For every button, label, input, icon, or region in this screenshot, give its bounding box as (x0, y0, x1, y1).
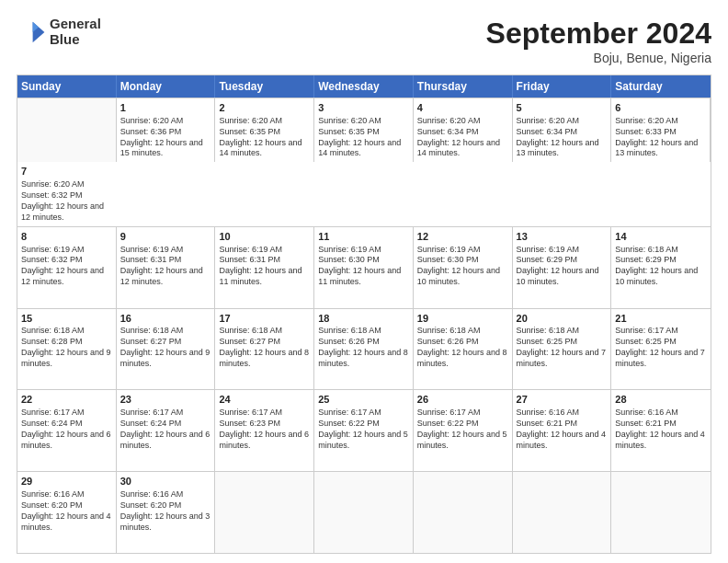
calendar-cell-empty-4-2 (215, 472, 314, 553)
calendar-cell-12: 12Sunrise: 6:19 AM Sunset: 6:30 PM Dayli… (414, 227, 513, 308)
cell-sun-info: Sunrise: 6:17 AM Sunset: 6:22 PM Dayligh… (417, 408, 508, 452)
calendar-row-1: 1Sunrise: 6:20 AM Sunset: 6:36 PM Daylig… (17, 98, 711, 226)
calendar-page: General Blue September 2024 Boju, Benue,… (0, 0, 728, 563)
day-number: 4 (417, 101, 508, 115)
cell-sun-info: Sunrise: 6:20 AM Sunset: 6:36 PM Dayligh… (120, 116, 211, 160)
logo-text: General Blue (50, 17, 101, 47)
month-title: September 2024 (486, 17, 711, 51)
day-number: 17 (219, 312, 310, 326)
calendar-cell-empty-4-6 (611, 472, 711, 553)
cell-sun-info: Sunrise: 6:16 AM Sunset: 6:21 PM Dayligh… (517, 408, 608, 452)
calendar-cell-20: 20Sunrise: 6:18 AM Sunset: 6:25 PM Dayli… (513, 309, 612, 390)
cell-sun-info: Sunrise: 6:18 AM Sunset: 6:27 PM Dayligh… (120, 326, 211, 370)
calendar-cell-1: 1Sunrise: 6:20 AM Sunset: 6:36 PM Daylig… (117, 98, 216, 162)
logo-line1: General (50, 17, 101, 32)
day-number: 11 (318, 230, 409, 244)
day-number: 14 (615, 230, 707, 244)
calendar-cell-13: 13Sunrise: 6:19 AM Sunset: 6:29 PM Dayli… (513, 227, 612, 308)
day-number: 7 (21, 165, 113, 178)
header-day-tuesday: Tuesday (215, 75, 314, 98)
cell-sun-info: Sunrise: 6:16 AM Sunset: 6:20 PM Dayligh… (120, 489, 211, 534)
day-number: 5 (517, 101, 608, 115)
calendar-cell-22: 22Sunrise: 6:17 AM Sunset: 6:24 PM Dayli… (17, 390, 117, 471)
cell-sun-info: Sunrise: 6:17 AM Sunset: 6:22 PM Dayligh… (318, 408, 409, 452)
cell-sun-info: Sunrise: 6:17 AM Sunset: 6:23 PM Dayligh… (219, 408, 310, 452)
logo-line2: Blue (50, 32, 101, 48)
calendar-body: 1Sunrise: 6:20 AM Sunset: 6:36 PM Daylig… (17, 98, 711, 553)
cell-sun-info: Sunrise: 6:17 AM Sunset: 6:24 PM Dayligh… (120, 408, 211, 452)
day-number: 24 (219, 393, 310, 407)
cell-sun-info: Sunrise: 6:20 AM Sunset: 6:33 PM Dayligh… (615, 116, 706, 160)
day-number: 20 (517, 312, 608, 326)
cell-sun-info: Sunrise: 6:18 AM Sunset: 6:26 PM Dayligh… (417, 326, 508, 370)
header-day-wednesday: Wednesday (314, 75, 414, 98)
cell-sun-info: Sunrise: 6:20 AM Sunset: 6:35 PM Dayligh… (318, 116, 409, 160)
calendar-cell-empty-4-5 (513, 472, 612, 553)
header-day-friday: Friday (513, 75, 612, 98)
cell-sun-info: Sunrise: 6:20 AM Sunset: 6:32 PM Dayligh… (21, 179, 113, 224)
calendar-cell-24: 24Sunrise: 6:17 AM Sunset: 6:23 PM Dayli… (215, 390, 314, 471)
calendar-cell-7: 7Sunrise: 6:20 AM Sunset: 6:32 PM Daylig… (17, 162, 117, 225)
day-number: 15 (21, 312, 112, 326)
cell-sun-info: Sunrise: 6:19 AM Sunset: 6:30 PM Dayligh… (417, 245, 508, 289)
calendar-cell-14: 14Sunrise: 6:18 AM Sunset: 6:29 PM Dayli… (611, 227, 711, 308)
calendar-cell-19: 19Sunrise: 6:18 AM Sunset: 6:26 PM Dayli… (414, 309, 513, 390)
header: General Blue September 2024 Boju, Benue,… (17, 17, 711, 65)
day-number: 21 (615, 312, 707, 326)
cell-sun-info: Sunrise: 6:19 AM Sunset: 6:31 PM Dayligh… (219, 245, 310, 289)
day-number: 26 (417, 393, 508, 407)
calendar-row-2: 8Sunrise: 6:19 AM Sunset: 6:32 PM Daylig… (17, 226, 711, 308)
calendar-cell-15: 15Sunrise: 6:18 AM Sunset: 6:28 PM Dayli… (17, 309, 117, 390)
calendar-row-4: 22Sunrise: 6:17 AM Sunset: 6:24 PM Dayli… (17, 389, 711, 471)
calendar-cell-3: 3Sunrise: 6:20 AM Sunset: 6:35 PM Daylig… (314, 98, 414, 162)
day-number: 1 (120, 101, 211, 115)
calendar: SundayMondayTuesdayWednesdayThursdayFrid… (17, 75, 711, 554)
title-block: September 2024 Boju, Benue, Nigeria (486, 17, 711, 65)
day-number: 19 (417, 312, 508, 326)
calendar-cell-5: 5Sunrise: 6:20 AM Sunset: 6:34 PM Daylig… (513, 98, 612, 162)
calendar-cell-empty-0-0 (17, 98, 117, 162)
calendar-cell-empty-4-3 (314, 472, 414, 553)
cell-sun-info: Sunrise: 6:20 AM Sunset: 6:34 PM Dayligh… (417, 116, 508, 160)
calendar-cell-27: 27Sunrise: 6:16 AM Sunset: 6:21 PM Dayli… (513, 390, 612, 471)
day-number: 10 (219, 230, 310, 244)
calendar-cell-2: 2Sunrise: 6:20 AM Sunset: 6:35 PM Daylig… (215, 98, 314, 162)
cell-sun-info: Sunrise: 6:19 AM Sunset: 6:29 PM Dayligh… (517, 245, 608, 289)
cell-sun-info: Sunrise: 6:18 AM Sunset: 6:26 PM Dayligh… (318, 326, 409, 370)
calendar-cell-21: 21Sunrise: 6:17 AM Sunset: 6:25 PM Dayli… (611, 309, 711, 390)
calendar-cell-11: 11Sunrise: 6:19 AM Sunset: 6:30 PM Dayli… (314, 227, 414, 308)
cell-sun-info: Sunrise: 6:16 AM Sunset: 6:21 PM Dayligh… (615, 408, 707, 452)
day-number: 29 (21, 475, 112, 488)
logo: General Blue (17, 17, 101, 47)
calendar-cell-16: 16Sunrise: 6:18 AM Sunset: 6:27 PM Dayli… (117, 309, 216, 390)
day-number: 13 (517, 230, 608, 244)
day-number: 22 (21, 393, 112, 407)
day-number: 16 (120, 312, 211, 326)
cell-sun-info: Sunrise: 6:17 AM Sunset: 6:24 PM Dayligh… (21, 408, 112, 452)
cell-sun-info: Sunrise: 6:20 AM Sunset: 6:35 PM Dayligh… (219, 116, 310, 160)
calendar-cell-28: 28Sunrise: 6:16 AM Sunset: 6:21 PM Dayli… (611, 390, 711, 471)
day-number: 23 (120, 393, 211, 407)
cell-sun-info: Sunrise: 6:19 AM Sunset: 6:32 PM Dayligh… (21, 245, 112, 289)
calendar-cell-8: 8Sunrise: 6:19 AM Sunset: 6:32 PM Daylig… (17, 227, 117, 308)
cell-sun-info: Sunrise: 6:18 AM Sunset: 6:28 PM Dayligh… (21, 326, 112, 370)
day-number: 28 (615, 393, 707, 407)
calendar-row-5: 29Sunrise: 6:16 AM Sunset: 6:20 PM Dayli… (17, 471, 711, 553)
cell-sun-info: Sunrise: 6:19 AM Sunset: 6:30 PM Dayligh… (318, 245, 409, 289)
day-number: 2 (219, 101, 310, 115)
header-day-monday: Monday (117, 75, 216, 98)
calendar-cell-23: 23Sunrise: 6:17 AM Sunset: 6:24 PM Dayli… (117, 390, 216, 471)
header-day-saturday: Saturday (611, 75, 711, 98)
day-number: 3 (318, 101, 409, 115)
calendar-cell-4: 4Sunrise: 6:20 AM Sunset: 6:34 PM Daylig… (414, 98, 513, 162)
day-number: 12 (417, 230, 508, 244)
calendar-cell-26: 26Sunrise: 6:17 AM Sunset: 6:22 PM Dayli… (414, 390, 513, 471)
day-number: 30 (120, 475, 211, 488)
cell-sun-info: Sunrise: 6:17 AM Sunset: 6:25 PM Dayligh… (615, 326, 707, 370)
cell-sun-info: Sunrise: 6:19 AM Sunset: 6:31 PM Dayligh… (120, 245, 211, 289)
calendar-cell-10: 10Sunrise: 6:19 AM Sunset: 6:31 PM Dayli… (215, 227, 314, 308)
header-day-sunday: Sunday (17, 75, 117, 98)
cell-sun-info: Sunrise: 6:18 AM Sunset: 6:27 PM Dayligh… (219, 326, 310, 370)
location: Boju, Benue, Nigeria (486, 51, 711, 65)
calendar-row-3: 15Sunrise: 6:18 AM Sunset: 6:28 PM Dayli… (17, 308, 711, 390)
